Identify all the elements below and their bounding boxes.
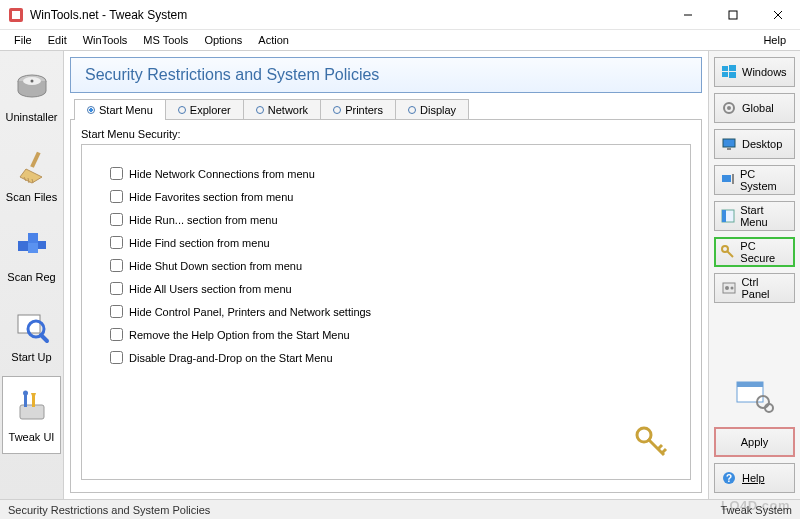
sidebar-scanreg[interactable]: Scan Reg bbox=[2, 216, 61, 294]
btn-label: Help bbox=[742, 472, 765, 484]
tab-label: Network bbox=[268, 104, 308, 116]
svg-point-8 bbox=[30, 80, 33, 83]
right-windows[interactable]: Windows bbox=[714, 57, 795, 87]
svg-rect-46 bbox=[737, 382, 763, 387]
minimize-button[interactable] bbox=[665, 0, 710, 30]
svg-rect-30 bbox=[722, 72, 728, 77]
right-desktop[interactable]: Desktop bbox=[714, 129, 795, 159]
right-startmenu[interactable]: Start Menu bbox=[714, 201, 795, 231]
option-row: Hide All Users section from menu bbox=[110, 282, 662, 295]
option-label: Hide All Users section from menu bbox=[129, 283, 292, 295]
sidebar-label: Scan Reg bbox=[7, 271, 55, 283]
radio-icon bbox=[87, 106, 95, 114]
sidebar-label: Uninstaller bbox=[6, 111, 58, 123]
tab-explorer[interactable]: Explorer bbox=[165, 99, 244, 120]
menu-file[interactable]: File bbox=[6, 32, 40, 48]
option-checkbox[interactable] bbox=[110, 305, 123, 318]
svg-rect-34 bbox=[723, 139, 735, 147]
tab-label: Start Menu bbox=[99, 104, 153, 116]
group-box: Hide Network Connections from menu Hide … bbox=[81, 144, 691, 480]
sidebar-startup[interactable]: Start Up bbox=[2, 296, 61, 374]
btn-label: Apply bbox=[741, 436, 769, 448]
svg-rect-1 bbox=[12, 11, 20, 19]
menu-edit[interactable]: Edit bbox=[40, 32, 75, 48]
page-header: Security Restrictions and System Policie… bbox=[70, 57, 702, 93]
svg-rect-13 bbox=[18, 241, 28, 251]
main-panel: Security Restrictions and System Policie… bbox=[64, 51, 708, 499]
radio-icon bbox=[178, 106, 186, 114]
option-checkbox[interactable] bbox=[110, 236, 123, 249]
option-checkbox[interactable] bbox=[110, 259, 123, 272]
tab-network[interactable]: Network bbox=[243, 99, 321, 120]
tab-label: Display bbox=[420, 104, 456, 116]
gear-icon bbox=[721, 100, 737, 116]
close-button[interactable] bbox=[755, 0, 800, 30]
right-ctrlpanel[interactable]: Ctrl Panel bbox=[714, 273, 795, 303]
option-checkbox[interactable] bbox=[110, 190, 123, 203]
sidebar-label: Start Up bbox=[11, 351, 51, 363]
sidebar-scanfiles[interactable]: Scan Files bbox=[2, 136, 61, 214]
keys-icon bbox=[632, 423, 672, 465]
menubar: File Edit WinTools MS Tools Options Acti… bbox=[0, 30, 800, 50]
svg-rect-9 bbox=[30, 152, 40, 168]
tools-icon bbox=[12, 387, 52, 427]
option-label: Hide Run... section from menu bbox=[129, 214, 278, 226]
btn-label: Global bbox=[742, 102, 774, 114]
option-row: Hide Network Connections from menu bbox=[110, 167, 662, 180]
maximize-button[interactable] bbox=[710, 0, 755, 30]
btn-label: Desktop bbox=[742, 138, 782, 150]
watermark: LO4D.com bbox=[721, 498, 790, 513]
left-sidebar: Uninstaller Scan Files Scan Reg Start Up… bbox=[0, 51, 64, 499]
pc-icon bbox=[721, 172, 735, 188]
btn-label: PC Secure bbox=[740, 240, 788, 264]
option-checkbox[interactable] bbox=[110, 167, 123, 180]
statusbar: Security Restrictions and System Policie… bbox=[0, 499, 800, 519]
status-left: Security Restrictions and System Policie… bbox=[8, 504, 210, 516]
option-label: Remove the Help Option from the Start Me… bbox=[129, 329, 350, 341]
svg-rect-36 bbox=[722, 175, 731, 182]
svg-line-27 bbox=[662, 449, 666, 453]
right-pcsystem[interactable]: PC System bbox=[714, 165, 795, 195]
option-row: Hide Favorites section from menu bbox=[110, 190, 662, 203]
option-checkbox[interactable] bbox=[110, 351, 123, 364]
sidebar-tweakui[interactable]: Tweak UI bbox=[2, 376, 61, 454]
option-checkbox[interactable] bbox=[110, 213, 123, 226]
option-checkbox[interactable] bbox=[110, 328, 123, 341]
tab-body: Start Menu Security: Hide Network Connec… bbox=[70, 119, 702, 493]
svg-rect-35 bbox=[727, 148, 731, 150]
right-global[interactable]: Global bbox=[714, 93, 795, 123]
tab-printers[interactable]: Printers bbox=[320, 99, 396, 120]
group-label: Start Menu Security: bbox=[81, 128, 691, 140]
page-title: Security Restrictions and System Policie… bbox=[85, 66, 687, 84]
radio-icon bbox=[333, 106, 341, 114]
tab-label: Printers bbox=[345, 104, 383, 116]
windows-icon bbox=[721, 64, 737, 80]
tab-display[interactable]: Display bbox=[395, 99, 469, 120]
option-label: Hide Favorites section from menu bbox=[129, 191, 293, 203]
tab-startmenu[interactable]: Start Menu bbox=[74, 99, 166, 120]
svg-rect-29 bbox=[729, 65, 736, 71]
option-label: Hide Control Panel, Printers and Network… bbox=[129, 306, 371, 318]
svg-line-41 bbox=[727, 251, 733, 257]
help-icon: ? bbox=[721, 470, 737, 486]
svg-point-33 bbox=[727, 106, 731, 110]
option-row: Remove the Help Option from the Start Me… bbox=[110, 328, 662, 341]
apply-button[interactable]: Apply bbox=[714, 427, 795, 457]
menu-wintools[interactable]: WinTools bbox=[75, 32, 136, 48]
svg-line-19 bbox=[41, 335, 47, 341]
menu-options[interactable]: Options bbox=[196, 32, 250, 48]
svg-rect-20 bbox=[20, 405, 44, 419]
radio-icon bbox=[408, 106, 416, 114]
right-pcsecure[interactable]: PC Secure bbox=[714, 237, 795, 267]
menu-help[interactable]: Help bbox=[755, 32, 794, 48]
monitor-icon bbox=[721, 136, 737, 152]
help-button[interactable]: ?Help bbox=[714, 463, 795, 493]
menu-action[interactable]: Action bbox=[250, 32, 297, 48]
sidebar-label: Tweak UI bbox=[9, 431, 55, 443]
sidebar-uninstaller[interactable]: Uninstaller bbox=[2, 56, 61, 134]
btn-label: Ctrl Panel bbox=[741, 276, 788, 300]
svg-rect-37 bbox=[732, 174, 734, 184]
menu-mstools[interactable]: MS Tools bbox=[135, 32, 196, 48]
svg-rect-3 bbox=[729, 11, 737, 19]
option-checkbox[interactable] bbox=[110, 282, 123, 295]
